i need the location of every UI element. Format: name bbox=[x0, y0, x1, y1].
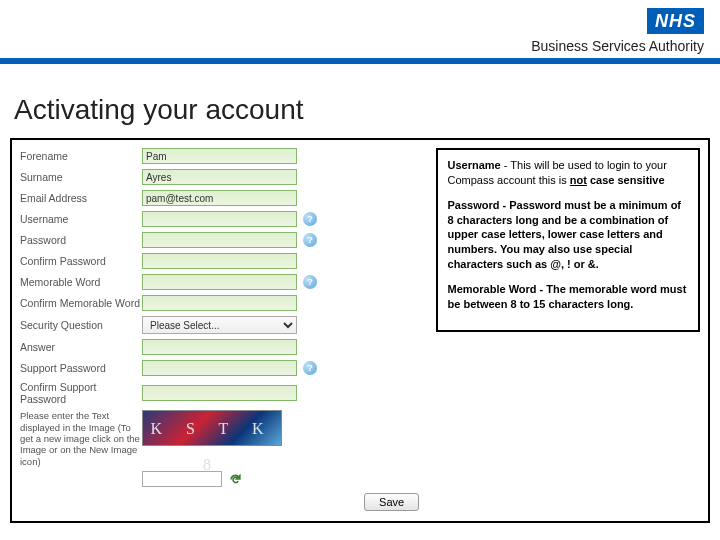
captcha-image[interactable]: K S T K 8 bbox=[142, 410, 282, 446]
email-input[interactable] bbox=[142, 190, 297, 206]
form-column: Forename Surname Email Address Username … bbox=[20, 148, 421, 513]
confirm-password-input[interactable] bbox=[142, 253, 297, 269]
bsa-line1: Business Services Authority bbox=[16, 38, 704, 54]
row-email: Email Address bbox=[20, 190, 421, 206]
info-username: Username - This will be used to login to… bbox=[448, 158, 688, 188]
help-icon[interactable]: ? bbox=[303, 212, 317, 226]
confirm-support-password-input[interactable] bbox=[142, 385, 297, 401]
memorable-word-input[interactable] bbox=[142, 274, 297, 290]
info-memorable: Memorable Word - The memorable word must… bbox=[448, 282, 688, 312]
info-password: Password - Password must be a minimum of… bbox=[448, 198, 688, 272]
header: NHS bbox=[0, 0, 720, 38]
row-surname: Surname bbox=[20, 169, 421, 185]
nhs-logo: NHS bbox=[647, 8, 704, 34]
security-question-label: Security Question bbox=[20, 319, 142, 331]
confirm-support-password-label: Confirm Support Password bbox=[20, 381, 142, 405]
support-password-label: Support Password bbox=[20, 362, 142, 374]
surname-input[interactable] bbox=[142, 169, 297, 185]
captcha-input-row bbox=[142, 471, 421, 487]
row-username: Username ? bbox=[20, 211, 421, 227]
row-confirm-password: Confirm Password bbox=[20, 253, 421, 269]
row-memorable-word: Memorable Word ? bbox=[20, 274, 421, 290]
main-box: Forename Surname Email Address Username … bbox=[10, 138, 710, 523]
surname-label: Surname bbox=[20, 171, 142, 183]
page-title: Activating your account bbox=[14, 94, 710, 126]
answer-input[interactable] bbox=[142, 339, 297, 355]
row-password: Password ? bbox=[20, 232, 421, 248]
forename-input[interactable] bbox=[142, 148, 297, 164]
row-answer: Answer bbox=[20, 339, 421, 355]
info-panel: Username - This will be used to login to… bbox=[436, 148, 700, 332]
confirm-memorable-word-input[interactable] bbox=[142, 295, 297, 311]
bsa-text: Business Services Authority bbox=[0, 38, 720, 58]
email-label: Email Address bbox=[20, 192, 142, 204]
captcha-input[interactable] bbox=[142, 471, 222, 487]
username-input[interactable] bbox=[142, 211, 297, 227]
support-password-input[interactable] bbox=[142, 360, 297, 376]
row-confirm-memorable-word: Confirm Memorable Word bbox=[20, 295, 421, 311]
help-icon[interactable]: ? bbox=[303, 361, 317, 375]
forename-label: Forename bbox=[20, 150, 142, 162]
save-button[interactable]: Save bbox=[364, 493, 419, 511]
header-blue-bar bbox=[0, 58, 720, 64]
memorable-word-label: Memorable Word bbox=[20, 276, 142, 288]
row-support-password: Support Password ? bbox=[20, 360, 421, 376]
row-forename: Forename bbox=[20, 148, 421, 164]
help-icon[interactable]: ? bbox=[303, 275, 317, 289]
username-label: Username bbox=[20, 213, 142, 225]
confirm-password-label: Confirm Password bbox=[20, 255, 142, 267]
confirm-memorable-word-label: Confirm Memorable Word bbox=[20, 297, 142, 309]
security-question-select[interactable]: Please Select... bbox=[142, 316, 297, 334]
password-label: Password bbox=[20, 234, 142, 246]
password-input[interactable] bbox=[142, 232, 297, 248]
captcha-instructions: Please enter the Text displayed in the I… bbox=[20, 410, 142, 467]
answer-label: Answer bbox=[20, 341, 142, 353]
row-confirm-support-password: Confirm Support Password bbox=[20, 381, 421, 405]
help-icon[interactable]: ? bbox=[303, 233, 317, 247]
refresh-icon[interactable] bbox=[228, 472, 242, 486]
captcha-block: Please enter the Text displayed in the I… bbox=[20, 410, 421, 467]
row-security-question: Security Question Please Select... bbox=[20, 316, 421, 334]
save-row: Save bbox=[20, 487, 421, 513]
